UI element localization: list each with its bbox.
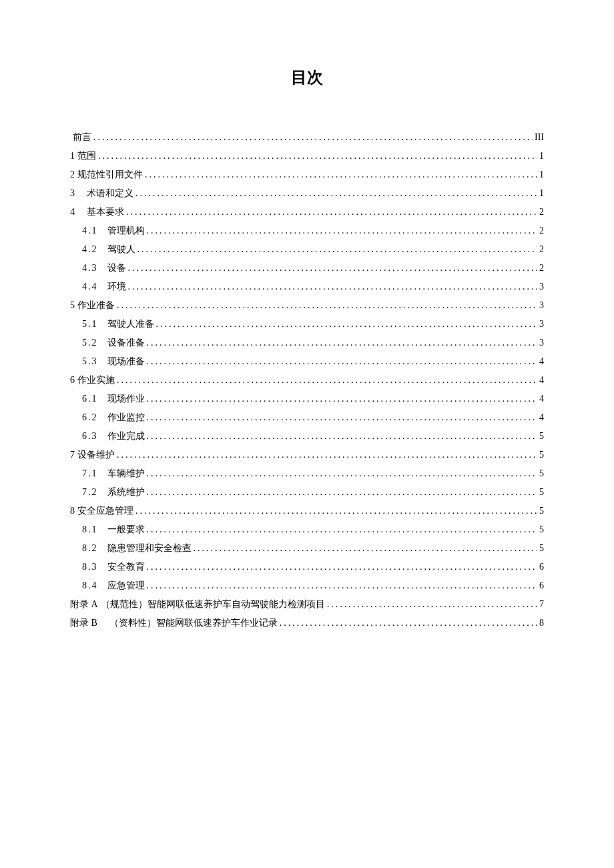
toc-entry: 附录 A（规范性）智能网联低速养护车自动驾驶能力检测项目7 <box>70 595 544 614</box>
toc-entry: 3术语和定义1 <box>70 184 544 203</box>
toc-entry-number: 7.1 <box>82 464 98 483</box>
toc-entry: 附录 B（资料性）智能网联低速养护车作业记录8 <box>70 614 544 632</box>
toc-leader-dots <box>147 427 538 446</box>
toc-entry-label: 范围 <box>77 147 96 165</box>
toc-leader-dots <box>147 408 538 427</box>
toc-entry-page: 8 <box>539 614 544 632</box>
toc-entry-number: 1 <box>70 147 75 165</box>
toc-entry: 1范围1 <box>70 147 544 165</box>
toc-leader-dots <box>156 315 538 334</box>
toc-leader-dots <box>147 334 538 352</box>
toc-entry-label: 应急管理 <box>107 576 145 595</box>
toc-entry-label: （规范性）智能网联低速养护车自动驾驶能力检测项目 <box>101 595 325 614</box>
toc-leader-dots <box>135 502 537 520</box>
toc-entry-label: 现场准备 <box>107 352 145 371</box>
toc-leader-dots <box>147 390 538 408</box>
toc-entry-number: 5 <box>70 296 75 315</box>
toc-entry-label: 车辆维护 <box>107 464 145 483</box>
toc-leader-dots <box>327 595 537 614</box>
toc-entry-page: 3 <box>539 334 544 352</box>
toc-entry-page: 6 <box>539 576 544 595</box>
toc-entry: 8安全应急管理5 <box>70 502 544 520</box>
toc-entry-number: 6.3 <box>82 427 98 446</box>
toc-entry: 4.1管理机构2 <box>70 222 544 240</box>
toc-entry-page: 3 <box>539 296 544 315</box>
toc-entry-number: 8.1 <box>82 520 98 539</box>
toc-leader-dots <box>147 520 538 539</box>
toc-entry-page: 1 <box>539 165 544 184</box>
toc-entry-label: （资料性）智能网联低速养护车作业记录 <box>109 614 278 632</box>
toc-entry-number: 附录 A <box>70 595 98 614</box>
toc-entry: 8.4应急管理6 <box>70 576 544 595</box>
toc-entry-page: 4 <box>539 408 544 427</box>
toc-entry-page: 4 <box>539 390 544 408</box>
toc-leader-dots <box>147 464 538 483</box>
toc-leader-dots <box>147 483 538 502</box>
toc-entry-number: 7.2 <box>82 483 98 502</box>
toc-entry-label: 现场作业 <box>107 390 145 408</box>
toc-entry-label: 驾驶人 <box>107 240 135 259</box>
toc-entry-number: 3 <box>70 184 75 203</box>
toc-entry-page: 5 <box>539 464 544 483</box>
toc-entry-number: 4.4 <box>82 278 98 296</box>
toc-entry: 前言III <box>70 128 544 147</box>
toc-entry-page: 3 <box>539 315 544 334</box>
toc-entry-number: 6 <box>70 371 75 390</box>
toc-leader-dots <box>117 296 537 315</box>
toc-entry-page: 5 <box>539 520 544 539</box>
toc-entry-number: 8.2 <box>82 539 98 558</box>
toc-entry-label: 安全教育 <box>107 558 145 576</box>
toc-leader-dots <box>117 371 537 390</box>
toc-entry: 2规范性引用文件1 <box>70 165 544 184</box>
toc-leader-dots <box>147 222 538 240</box>
toc-entry-page: 2 <box>539 240 544 259</box>
toc-entry: 6作业实施4 <box>70 371 544 390</box>
toc-leader-dots <box>280 614 537 632</box>
toc-entry-number: 6.2 <box>82 408 98 427</box>
toc-entry: 5.3现场准备4 <box>70 352 544 371</box>
toc-entry-label: 安全应急管理 <box>77 502 133 520</box>
table-of-contents: 前言III1范围12规范性引用文件13术语和定义14基本要求24.1管理机构24… <box>70 128 544 632</box>
toc-leader-dots <box>147 352 538 371</box>
page-title: 目次 <box>70 67 544 88</box>
toc-entry: 7设备维护5 <box>70 446 544 464</box>
toc-leader-dots <box>194 539 538 558</box>
toc-entry-page: 1 <box>539 147 544 165</box>
toc-entry-number: 2 <box>70 165 75 184</box>
toc-leader-dots <box>128 259 538 278</box>
toc-entry-number: 4.2 <box>82 240 98 259</box>
toc-entry: 6.3作业完成5 <box>70 427 544 446</box>
toc-entry: 8.1一般要求5 <box>70 520 544 539</box>
toc-entry-page: 7 <box>539 595 544 614</box>
toc-entry-page: III <box>535 128 544 147</box>
toc-entry: 6.1现场作业4 <box>70 390 544 408</box>
toc-entry-page: 5 <box>539 539 544 558</box>
toc-entry-label: 基本要求 <box>87 203 124 222</box>
toc-entry: 5.2设备准备3 <box>70 334 544 352</box>
toc-leader-dots <box>117 446 537 464</box>
toc-entry-label: 隐患管理和安全检查 <box>107 539 192 558</box>
toc-leader-dots <box>126 203 537 222</box>
toc-entry-page: 3 <box>539 278 544 296</box>
toc-entry-number: 5.1 <box>82 315 98 334</box>
toc-entry: 4基本要求2 <box>70 203 544 222</box>
toc-entry-label: 驾驶人准备 <box>107 315 154 334</box>
toc-entry-label: 系统维护 <box>107 483 145 502</box>
toc-entry-number: 4 <box>70 203 75 222</box>
toc-entry-page: 4 <box>539 371 544 390</box>
toc-entry-page: 2 <box>539 222 544 240</box>
toc-entry-label: 前言 <box>73 128 91 147</box>
toc-entry-page: 1 <box>539 184 544 203</box>
toc-leader-dots <box>147 558 538 576</box>
toc-entry-number: 8 <box>70 502 75 520</box>
toc-entry: 8.2隐患管理和安全检查5 <box>70 539 544 558</box>
toc-entry-label: 设备维护 <box>77 446 115 464</box>
toc-entry-page: 2 <box>539 259 544 278</box>
toc-entry: 8.3安全教育6 <box>70 558 544 576</box>
toc-leader-dots <box>98 147 537 165</box>
toc-entry-number: 5.2 <box>82 334 98 352</box>
toc-leader-dots <box>137 240 538 259</box>
toc-entry-page: 5 <box>539 446 544 464</box>
toc-entry: 4.2驾驶人2 <box>70 240 544 259</box>
toc-entry: 5.1驾驶人准备3 <box>70 315 544 334</box>
